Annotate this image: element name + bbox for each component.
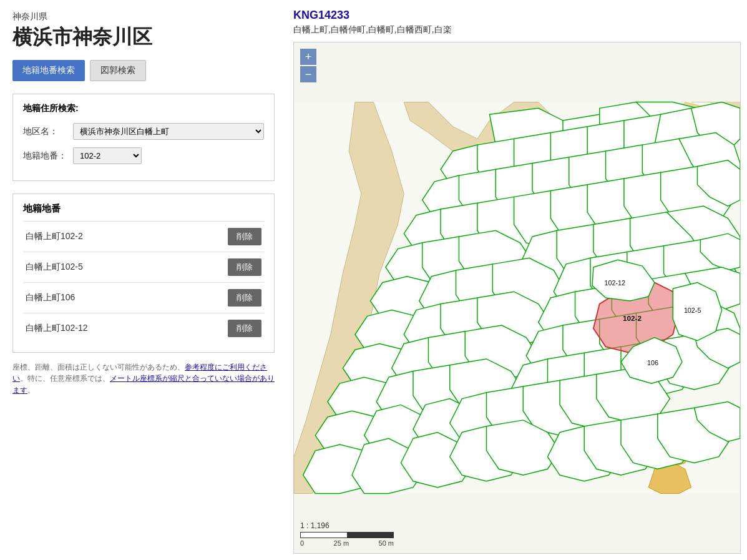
parcel-select[interactable]: 102-2 bbox=[73, 147, 142, 164]
disclaimer-text: 座標、距離、面積は正しくない可能性があるため、参考程度にご利用ください。特に、任… bbox=[12, 361, 275, 396]
zoom-in-button[interactable]: + bbox=[300, 49, 316, 65]
svg-text:102-5: 102-5 bbox=[684, 307, 701, 314]
zoom-out-button[interactable]: − bbox=[300, 66, 316, 82]
scale-bar-labels: 0 25 m 50 m bbox=[300, 539, 394, 547]
parcel-label: 地籍地番： bbox=[23, 150, 73, 162]
scale-bar-black-segment bbox=[347, 532, 394, 538]
scale-label-50: 50 m bbox=[379, 539, 394, 547]
scale-bar: 1 : 1,196 0 25 m 50 m bbox=[300, 521, 394, 547]
zoom-controls: + − bbox=[300, 49, 316, 82]
cadastral-entry-2: 白幡上町106 削除 bbox=[23, 282, 264, 313]
scale-ratio: 1 : 1,196 bbox=[300, 521, 394, 530]
map-search-button[interactable]: 図郭検索 bbox=[90, 60, 146, 81]
map-container[interactable]: + − bbox=[293, 42, 741, 554]
svg-text:102-12: 102-12 bbox=[605, 279, 626, 287]
cadastral-label-1: 白幡上町102-5 bbox=[26, 262, 83, 273]
delete-button-0[interactable]: 削除 bbox=[228, 228, 261, 245]
cadastral-section-title: 地籍地番 bbox=[23, 203, 264, 215]
cadastral-search-button[interactable]: 地籍地番検索 bbox=[12, 60, 85, 81]
map-svg: 102-12 102-2 102-5 106 bbox=[294, 42, 740, 553]
map-towns: 白幡上町,白幡仲町,白幡町,白幡西町,白楽 bbox=[293, 24, 741, 36]
top-button-row: 地籍地番検索 図郭検索 bbox=[12, 60, 275, 81]
search-section-title: 地籍住所検索: bbox=[23, 103, 264, 114]
prefecture-label: 神奈川県 bbox=[12, 11, 275, 22]
cadastral-label-3: 白幡上町102-12 bbox=[26, 323, 88, 334]
cadastral-entry-0: 白幡上町102-2 削除 bbox=[23, 221, 264, 252]
cadastral-entry-1: 白幡上町102-5 削除 bbox=[23, 252, 264, 282]
scale-bar-ruler bbox=[300, 532, 394, 538]
city-label: 横浜市神奈川区 bbox=[12, 24, 275, 51]
delete-button-1[interactable]: 削除 bbox=[228, 258, 261, 276]
scale-label-0: 0 bbox=[300, 539, 304, 547]
delete-button-2[interactable]: 削除 bbox=[228, 289, 261, 307]
cadastral-label-2: 白幡上町106 bbox=[26, 292, 75, 303]
left-panel: 神奈川県 横浜市神奈川区 地籍地番検索 図郭検索 地籍住所検索: 地区名： 横浜… bbox=[0, 0, 287, 560]
cadastral-label-0: 白幡上町102-2 bbox=[26, 231, 83, 242]
district-select[interactable]: 横浜市神奈川区白幡上町 bbox=[73, 123, 264, 140]
address-search-box: 地籍住所検索: 地区名： 横浜市神奈川区白幡上町 地籍地番： 102-2 bbox=[12, 94, 275, 181]
district-row: 地区名： 横浜市神奈川区白幡上町 bbox=[23, 123, 264, 140]
parcel-row: 地籍地番： 102-2 bbox=[23, 147, 264, 164]
svg-text:106: 106 bbox=[647, 359, 658, 366]
cadastral-list-box: 地籍地番 白幡上町102-2 削除 白幡上町102-5 削除 白幡上町106 削… bbox=[12, 194, 275, 353]
scale-bar-white-segment bbox=[300, 532, 347, 538]
delete-button-3[interactable]: 削除 bbox=[228, 320, 261, 337]
svg-text:102-2: 102-2 bbox=[623, 314, 642, 322]
cadastral-entry-3: 白幡上町102-12 削除 bbox=[23, 313, 264, 343]
map-id: KNG14233 bbox=[293, 9, 741, 22]
district-label: 地区名： bbox=[23, 126, 73, 137]
scale-bar-visual: 0 25 m 50 m bbox=[300, 532, 394, 547]
scale-label-25: 25 m bbox=[334, 539, 349, 547]
right-panel: KNG14233 白幡上町,白幡仲町,白幡町,白幡西町,白楽 + − bbox=[287, 0, 747, 560]
